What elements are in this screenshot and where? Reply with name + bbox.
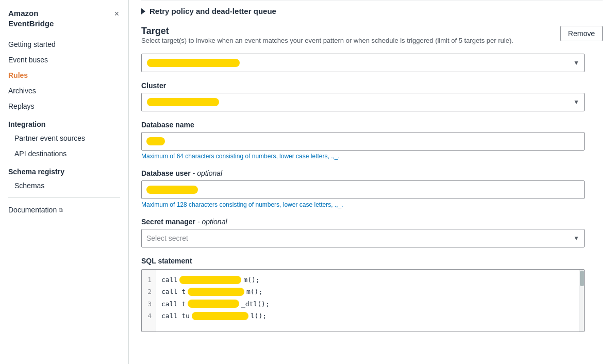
cluster-value-redacted bbox=[147, 98, 219, 106]
database-user-label: Database user - optional bbox=[141, 169, 603, 177]
sql-line-2: call t m(); bbox=[161, 286, 579, 297]
sql-line-2-redacted bbox=[188, 288, 244, 296]
sql-editor[interactable]: 1 2 3 4 call m(); call t bbox=[141, 269, 585, 332]
sidebar-item-schemas[interactable]: Schemas bbox=[0, 178, 128, 193]
target-value-redacted bbox=[147, 59, 240, 67]
sql-scrollbar-thumb bbox=[580, 271, 584, 286]
secret-manager-select[interactable] bbox=[141, 229, 585, 247]
target-select[interactable] bbox=[141, 54, 585, 72]
sql-content: call m(); call t m(); call t _dt bbox=[156, 270, 584, 332]
database-name-group: Database name Maximum of 64 characters c… bbox=[141, 121, 603, 160]
database-user-redacted bbox=[146, 186, 198, 194]
sidebar-divider bbox=[8, 197, 120, 198]
database-name-redacted bbox=[146, 137, 165, 145]
sidebar-item-partner-event-sources[interactable]: Partner event sources bbox=[0, 130, 128, 146]
sql-line-num-2: 2 bbox=[146, 286, 152, 297]
sidebar-item-rules[interactable]: Rules bbox=[0, 68, 128, 83]
cluster-label: Cluster bbox=[141, 81, 603, 90]
sql-line-3: call t _dtl(); bbox=[161, 298, 579, 310]
database-user-group: Database user - optional Maximum of 128 … bbox=[141, 169, 603, 208]
cluster-select[interactable] bbox=[141, 93, 585, 111]
target-select-wrapper: ▼ bbox=[141, 54, 585, 72]
external-link-icon: ⧉ bbox=[59, 207, 63, 213]
cluster-group: Cluster ▼ bbox=[141, 81, 603, 111]
target-dropdown-group: ▼ bbox=[141, 54, 603, 72]
sql-line-3-redacted bbox=[188, 300, 239, 308]
sidebar-item-event-buses[interactable]: Event buses bbox=[0, 52, 128, 68]
sidebar-item-api-destinations[interactable]: API destinations bbox=[0, 146, 128, 161]
target-section: Target Select target(s) to invoke when a… bbox=[141, 22, 603, 332]
sidebar-section-schema-registry: Schema registry bbox=[0, 161, 128, 178]
sql-line-1-redacted bbox=[179, 276, 241, 284]
database-user-hint: Maximum of 128 characters consisting of … bbox=[141, 201, 603, 208]
database-user-input[interactable] bbox=[141, 180, 585, 199]
retry-policy-section[interactable]: Retry policy and dead-letter queue bbox=[141, 0, 603, 22]
sql-line-num-3: 3 bbox=[146, 298, 152, 310]
sql-line-numbers: 1 2 3 4 bbox=[142, 270, 156, 332]
sql-line-4: call tu l(); bbox=[161, 310, 579, 322]
sidebar-header: Amazon EventBridge × bbox=[0, 8, 128, 37]
collapse-triangle-icon bbox=[141, 8, 145, 14]
secret-manager-select-wrapper: ▼ Select secret bbox=[141, 229, 585, 247]
sidebar-item-replays[interactable]: Replays bbox=[0, 98, 128, 114]
sql-statement-group: SQL statement 1 2 3 4 call m(); bbox=[141, 257, 603, 332]
sql-statement-label: SQL statement bbox=[141, 257, 603, 265]
sql-scrollbar[interactable] bbox=[579, 270, 584, 332]
secret-manager-label: Secret manager - optional bbox=[141, 218, 603, 226]
sidebar: Amazon EventBridge × Getting started Eve… bbox=[0, 0, 129, 364]
sql-editor-inner: 1 2 3 4 call m(); call t bbox=[142, 270, 584, 332]
database-name-label: Database name bbox=[141, 121, 603, 129]
secret-manager-group: Secret manager - optional ▼ Select secre… bbox=[141, 218, 603, 247]
sidebar-section-integration: Integration bbox=[0, 114, 128, 130]
target-header: Target Select target(s) to invoke when a… bbox=[141, 26, 603, 52]
remove-button[interactable]: Remove bbox=[560, 26, 603, 41]
main-content: Retry policy and dead-letter queue Targe… bbox=[129, 0, 615, 364]
sql-line-num-4: 4 bbox=[146, 310, 152, 322]
app-logo: Amazon EventBridge bbox=[8, 8, 54, 28]
sidebar-item-documentation[interactable]: Documentation ⧉ bbox=[0, 202, 128, 218]
database-name-hint: Maximum of 64 characters consisting of n… bbox=[141, 153, 603, 160]
sql-line-4-redacted bbox=[192, 312, 248, 320]
database-name-input[interactable] bbox=[141, 132, 585, 151]
sidebar-close-button[interactable]: × bbox=[113, 8, 120, 20]
sql-line-num-1: 1 bbox=[146, 274, 152, 286]
sidebar-item-archives[interactable]: Archives bbox=[0, 83, 128, 98]
sidebar-item-getting-started[interactable]: Getting started bbox=[0, 37, 128, 52]
target-title: Target bbox=[141, 26, 513, 37]
cluster-select-wrapper: ▼ bbox=[141, 93, 585, 111]
retry-policy-label: Retry policy and dead-letter queue bbox=[149, 7, 276, 15]
sql-line-1: call m(); bbox=[161, 274, 579, 286]
target-description: Select target(s) to invoke when an event… bbox=[141, 37, 513, 44]
